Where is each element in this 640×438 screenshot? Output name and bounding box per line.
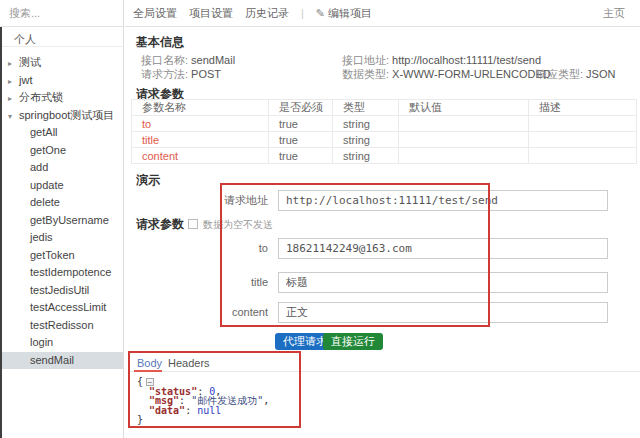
col-required: 是否必须 (269, 100, 333, 116)
tree-item-delete[interactable]: delete (0, 194, 123, 212)
json-close-line: } (137, 415, 269, 425)
request-url-input[interactable] (278, 190, 608, 211)
table-row: content true string (132, 148, 637, 164)
tree-item-getOne[interactable]: getOne (0, 142, 123, 160)
sidebar: 个人 ▸测试 ▸jwt ▸分布式锁 ▾springboot测试项目 getAll… (0, 0, 124, 438)
api-url-value: http://localhost:11111/test/send (392, 54, 541, 66)
main-content: 基本信息 接口名称:sendMail 接口地址:http://localhost… (125, 28, 640, 438)
api-method-field: 请求方法:POST (141, 67, 221, 82)
json-sep: : (185, 405, 197, 416)
col-desc: 描述 (529, 100, 637, 116)
param-required-cell: true (269, 116, 333, 132)
folder-label: jwt (19, 74, 32, 86)
tree-item-getByUsername[interactable]: getByUsername (0, 212, 123, 230)
json-value: null (197, 405, 221, 416)
api-name-value: sendMail (191, 54, 235, 66)
tree-item-testAccessLimit[interactable]: testAccessLimit (0, 299, 123, 317)
api-tree: ▸测试 ▸jwt ▸分布式锁 ▾springboot测试项目 getAll ge… (0, 54, 123, 369)
api-restype-field: 响应类型:JSON (536, 67, 615, 82)
param-required-cell: true (269, 132, 333, 148)
tree-item-add[interactable]: add (0, 159, 123, 177)
title-field[interactable] (278, 272, 608, 293)
edit-project-button[interactable]: ✎ 编辑项目 (316, 6, 372, 21)
tree-item-testJedisUtil[interactable]: testJedisUtil (0, 282, 123, 300)
api-url-field: 接口地址:http://localhost:11111/test/send (342, 53, 541, 68)
menu-history[interactable]: 历史记录 (245, 6, 289, 21)
direct-run-button[interactable]: 直接运行 (323, 333, 383, 350)
skip-empty-checkbox[interactable] (188, 219, 198, 229)
request-url-label: 请求地址 (205, 190, 268, 211)
tree-item-sendMail-selected[interactable]: sendMail (0, 352, 123, 370)
edit-pencil-icon: ✎ (316, 7, 325, 20)
tree-item-update[interactable]: update (0, 177, 123, 195)
param-required-cell: true (269, 148, 333, 164)
api-url-label: 接口地址: (342, 54, 389, 66)
param-desc-cell (529, 116, 637, 132)
sidebar-group-personal[interactable]: 个人 (0, 31, 123, 47)
param-type-cell: string (333, 132, 399, 148)
param-name-cell: title (132, 132, 269, 148)
window-edge-strip (0, 27, 2, 438)
param-default-cell (399, 148, 529, 164)
api-datatype-label: 数据类型: (342, 68, 389, 80)
tree-folder-test[interactable]: ▸测试 (0, 54, 123, 72)
caret-right-icon: ▸ (8, 55, 16, 73)
api-method-value: POST (191, 68, 221, 80)
menu-divider: | (301, 7, 304, 19)
skip-empty-checkbox-label: 数据为空不发送 (203, 218, 273, 232)
param-desc-cell (529, 132, 637, 148)
tree-item-testIdempotence[interactable]: testIdempotence (0, 264, 123, 282)
json-line-data: "data": null (137, 406, 269, 416)
field-label-title: title (205, 272, 268, 293)
tree-item-jedis[interactable]: jedis (0, 229, 123, 247)
param-desc-cell (529, 148, 637, 164)
api-restype-label: 响应类型: (536, 68, 583, 80)
api-datatype-value: X-WWW-FORM-URLENCODED (392, 68, 551, 80)
edit-project-label: 编辑项目 (328, 6, 372, 21)
menu-global-settings[interactable]: 全局设置 (133, 6, 177, 21)
tree-item-testRedisson[interactable]: testRedisson (0, 317, 123, 335)
params-table-header-row: 参数名称 是否必须 类型 默认值 描述 (132, 100, 637, 116)
json-open-brace: { (137, 376, 143, 387)
search-input[interactable] (9, 7, 109, 19)
col-param-name: 参数名称 (132, 100, 269, 116)
demo-params-label: 请求参数 (136, 216, 184, 233)
response-json-body: {− "status": 0, "msg": "邮件发送成功", "data":… (137, 377, 269, 425)
params-table: 参数名称 是否必须 类型 默认值 描述 to true string title… (131, 99, 637, 164)
json-close-brace: } (137, 414, 143, 425)
menu-project-settings[interactable]: 项目设置 (189, 6, 233, 21)
tree-folder-distributed-lock[interactable]: ▸分布式锁 (0, 89, 123, 107)
sidebar-search-row (0, 0, 123, 27)
caret-right-icon: ▸ (8, 90, 16, 108)
param-default-cell (399, 116, 529, 132)
param-default-cell (399, 132, 529, 148)
basic-info-title: 基本信息 (136, 34, 184, 51)
to-field[interactable] (278, 238, 608, 259)
tree-item-login[interactable]: login (0, 334, 123, 352)
field-label-to: to (205, 238, 268, 259)
tab-divider-line (128, 371, 640, 372)
api-name-field: 接口名称:sendMail (141, 53, 235, 68)
table-row: to true string (132, 116, 637, 132)
tree-item-getToken[interactable]: getToken (0, 247, 123, 265)
caret-down-icon: ▾ (8, 108, 16, 126)
demo-title: 演示 (136, 172, 160, 189)
tab-headers[interactable]: Headers (168, 357, 210, 369)
param-name-cell: to (132, 116, 269, 132)
col-default: 默认值 (399, 100, 529, 116)
param-type-cell: string (333, 148, 399, 164)
param-type-cell: string (333, 116, 399, 132)
tree-item-getAll[interactable]: getAll (0, 124, 123, 142)
active-tab-underline (134, 370, 162, 372)
param-name-cell: content (132, 148, 269, 164)
json-comma: , (263, 395, 269, 406)
folder-label: 测试 (19, 56, 41, 68)
tab-body[interactable]: Body (137, 357, 162, 369)
tree-folder-springboot-project[interactable]: ▾springboot测试项目 (0, 107, 123, 125)
content-field[interactable] (278, 302, 608, 323)
home-link[interactable]: 主页 (603, 6, 625, 21)
api-datatype-field: 数据类型:X-WWW-FORM-URLENCODED (342, 67, 551, 82)
tree-folder-jwt[interactable]: ▸jwt (0, 72, 123, 90)
folder-label: springboot测试项目 (19, 109, 114, 121)
caret-right-icon: ▸ (8, 73, 16, 91)
